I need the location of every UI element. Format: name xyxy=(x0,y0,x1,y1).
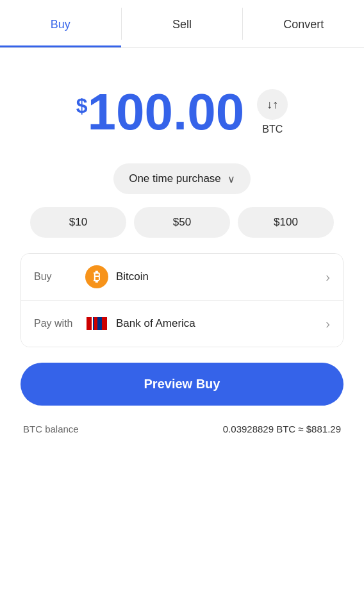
quick-amount-10-label: $10 xyxy=(69,216,87,228)
svg-rect-2 xyxy=(94,317,97,330)
quick-amount-100[interactable]: $100 xyxy=(238,207,334,238)
svg-rect-8 xyxy=(93,317,94,330)
amount-value: 100.00 xyxy=(88,87,245,138)
buy-row[interactable]: Buy ₿ Bitcoin › xyxy=(21,254,343,301)
amount-display: $ 100.00 xyxy=(76,87,244,138)
main-content: $ 100.00 ↓↑ BTC One time purchase ∨ $10 … xyxy=(0,48,364,454)
bitcoin-icon: ₿ xyxy=(85,265,108,288)
btc-balance-row: BTC balance 0.03928829 BTC ≈ $881.29 xyxy=(21,424,343,434)
preview-buy-button[interactable]: Preview Buy xyxy=(21,363,343,406)
currency-symbol: $ xyxy=(76,94,88,118)
pay-with-label: Pay with xyxy=(34,318,85,329)
quick-amount-50-label: $50 xyxy=(173,216,191,228)
quick-amount-50[interactable]: $50 xyxy=(134,207,230,238)
quick-amount-10[interactable]: $10 xyxy=(30,207,126,238)
currency-toggle: ↓↑ BTC xyxy=(257,89,288,135)
tab-sell-label: Sell xyxy=(172,18,192,31)
currency-label: BTC xyxy=(262,124,283,135)
svg-rect-7 xyxy=(92,317,93,330)
pay-with-chevron-icon: › xyxy=(326,317,330,331)
bank-of-america-icon xyxy=(85,312,108,335)
bitcoin-name: Bitcoin xyxy=(116,270,326,283)
purchase-type-button[interactable]: One time purchase ∨ xyxy=(113,163,251,194)
tab-bar: Buy Sell Convert xyxy=(0,0,364,48)
tab-convert-label: Convert xyxy=(283,18,324,31)
preview-buy-label: Preview Buy xyxy=(144,377,220,391)
pay-with-row[interactable]: Pay with B xyxy=(21,301,343,347)
tab-buy[interactable]: Buy xyxy=(0,0,121,47)
btc-balance-label: BTC balance xyxy=(23,424,79,434)
tab-convert[interactable]: Convert xyxy=(243,0,364,47)
dropdown-arrow-icon: ∨ xyxy=(228,173,235,185)
purchase-type-label: One time purchase xyxy=(129,172,221,185)
bank-name: Bank of America xyxy=(116,317,326,330)
quick-amounts: $10 $50 $100 xyxy=(21,207,343,238)
currency-toggle-button[interactable]: ↓↑ xyxy=(257,89,288,120)
transaction-card: Buy ₿ Bitcoin › Pay with xyxy=(21,253,343,347)
quick-amount-100-label: $100 xyxy=(274,216,298,228)
buy-row-label: Buy xyxy=(34,271,85,283)
bank-icon-container xyxy=(85,312,108,335)
buy-row-chevron-icon: › xyxy=(326,270,330,284)
btc-balance-value: 0.03928829 BTC ≈ $881.29 xyxy=(223,424,341,434)
svg-rect-6 xyxy=(101,317,102,330)
toggle-arrows-icon: ↓↑ xyxy=(267,99,278,110)
tab-sell[interactable]: Sell xyxy=(122,0,243,47)
amount-section: $ 100.00 ↓↑ BTC xyxy=(76,87,288,138)
bitcoin-symbol: ₿ xyxy=(94,270,100,284)
svg-rect-3 xyxy=(102,317,107,330)
tab-buy-label: Buy xyxy=(51,18,70,31)
